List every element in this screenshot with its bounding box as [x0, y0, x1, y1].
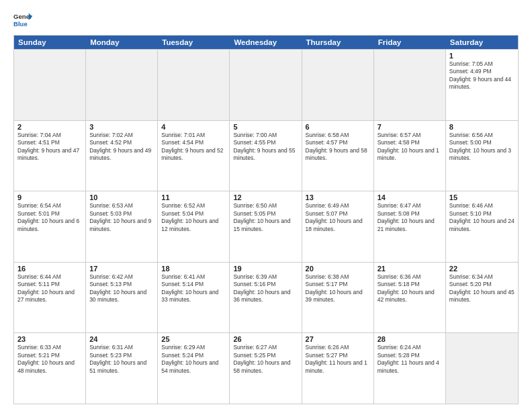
day-number: 6 — [306, 123, 370, 131]
day-number: 19 — [233, 265, 298, 273]
calendar-day-15: 15Sunrise: 6:46 AM Sunset: 5:10 PM Dayli… — [446, 191, 518, 262]
calendar-cell-empty — [14, 50, 86, 120]
day-info: Sunrise: 7:05 AM Sunset: 4:49 PM Dayligh… — [449, 60, 515, 91]
calendar-week-3: 9Sunrise: 6:54 AM Sunset: 5:01 PM Daylig… — [14, 191, 518, 262]
day-number: 13 — [306, 193, 370, 201]
calendar-header-tuesday: Tuesday — [158, 36, 230, 49]
day-number: 1 — [449, 52, 515, 60]
day-info: Sunrise: 6:52 AM Sunset: 5:04 PM Dayligh… — [161, 202, 226, 233]
svg-text:Blue: Blue — [13, 20, 28, 28]
calendar-week-4: 16Sunrise: 6:44 AM Sunset: 5:11 PM Dayli… — [14, 262, 518, 333]
calendar-cell-empty — [86, 50, 158, 120]
day-number: 25 — [161, 335, 226, 343]
day-info: Sunrise: 6:44 AM Sunset: 5:11 PM Dayligh… — [17, 273, 82, 304]
logo-icon: General Blue — [13, 11, 32, 30]
calendar-day-19: 19Sunrise: 6:39 AM Sunset: 5:16 PM Dayli… — [230, 263, 302, 333]
calendar-header-saturday: Saturday — [446, 36, 518, 49]
calendar-day-11: 11Sunrise: 6:52 AM Sunset: 5:04 PM Dayli… — [158, 191, 230, 262]
day-number: 24 — [89, 335, 154, 343]
day-number: 2 — [17, 123, 82, 131]
calendar-header-thursday: Thursday — [302, 36, 374, 49]
day-number: 9 — [17, 193, 82, 201]
calendar-day-20: 20Sunrise: 6:38 AM Sunset: 5:17 PM Dayli… — [302, 263, 374, 333]
calendar-day-21: 21Sunrise: 6:36 AM Sunset: 5:18 PM Dayli… — [374, 263, 446, 333]
day-number: 27 — [306, 335, 370, 343]
day-info: Sunrise: 6:47 AM Sunset: 5:08 PM Dayligh… — [378, 202, 442, 233]
day-number: 3 — [89, 123, 154, 131]
day-info: Sunrise: 6:29 AM Sunset: 5:24 PM Dayligh… — [161, 344, 226, 375]
calendar-day-7: 7Sunrise: 6:57 AM Sunset: 4:58 PM Daylig… — [374, 121, 446, 191]
day-number: 17 — [89, 265, 154, 273]
day-number: 20 — [306, 265, 370, 273]
day-number: 5 — [233, 123, 298, 131]
day-info: Sunrise: 6:38 AM Sunset: 5:17 PM Dayligh… — [306, 273, 370, 304]
calendar-day-26: 26Sunrise: 6:27 AM Sunset: 5:25 PM Dayli… — [230, 333, 302, 404]
calendar-day-23: 23Sunrise: 6:33 AM Sunset: 5:21 PM Dayli… — [14, 333, 86, 404]
header: General Blue — [13, 11, 519, 30]
day-info: Sunrise: 6:46 AM Sunset: 5:10 PM Dayligh… — [449, 202, 515, 233]
day-number: 14 — [378, 193, 442, 201]
day-info: Sunrise: 7:00 AM Sunset: 4:55 PM Dayligh… — [233, 132, 298, 163]
calendar-day-1: 1Sunrise: 7:05 AM Sunset: 4:49 PM Daylig… — [446, 50, 518, 120]
calendar-day-18: 18Sunrise: 6:41 AM Sunset: 5:14 PM Dayli… — [158, 263, 230, 333]
day-number: 23 — [17, 335, 82, 343]
calendar-header-monday: Monday — [86, 36, 158, 49]
day-number: 21 — [378, 265, 442, 273]
day-info: Sunrise: 7:02 AM Sunset: 4:52 PM Dayligh… — [89, 132, 154, 163]
calendar: SundayMondayTuesdayWednesdayThursdayFrid… — [13, 35, 519, 404]
day-info: Sunrise: 6:58 AM Sunset: 4:57 PM Dayligh… — [306, 132, 370, 163]
day-info: Sunrise: 6:49 AM Sunset: 5:07 PM Dayligh… — [306, 202, 370, 233]
logo: General Blue — [13, 11, 32, 30]
calendar-header-friday: Friday — [374, 36, 446, 49]
calendar-week-2: 2Sunrise: 7:04 AM Sunset: 4:51 PM Daylig… — [14, 120, 518, 191]
calendar-day-2: 2Sunrise: 7:04 AM Sunset: 4:51 PM Daylig… — [14, 121, 86, 191]
calendar-day-25: 25Sunrise: 6:29 AM Sunset: 5:24 PM Dayli… — [158, 333, 230, 404]
day-number: 22 — [449, 265, 515, 273]
day-info: Sunrise: 6:57 AM Sunset: 4:58 PM Dayligh… — [378, 132, 442, 163]
day-number: 16 — [17, 265, 82, 273]
day-number: 12 — [233, 193, 298, 201]
calendar-day-24: 24Sunrise: 6:31 AM Sunset: 5:23 PM Dayli… — [86, 333, 158, 404]
day-number: 8 — [449, 123, 515, 131]
calendar-header-wednesday: Wednesday — [230, 36, 302, 49]
calendar-header-row: SundayMondayTuesdayWednesdayThursdayFrid… — [14, 36, 518, 49]
calendar-day-16: 16Sunrise: 6:44 AM Sunset: 5:11 PM Dayli… — [14, 263, 86, 333]
day-info: Sunrise: 7:01 AM Sunset: 4:54 PM Dayligh… — [161, 132, 226, 163]
day-info: Sunrise: 6:53 AM Sunset: 5:03 PM Dayligh… — [89, 202, 154, 233]
calendar-cell-empty — [230, 50, 302, 120]
calendar-cell-empty — [446, 333, 518, 404]
day-number: 15 — [449, 193, 515, 201]
day-info: Sunrise: 6:39 AM Sunset: 5:16 PM Dayligh… — [233, 273, 298, 304]
day-info: Sunrise: 6:24 AM Sunset: 5:28 PM Dayligh… — [378, 344, 442, 375]
calendar-body: 1Sunrise: 7:05 AM Sunset: 4:49 PM Daylig… — [14, 49, 518, 404]
day-info: Sunrise: 6:56 AM Sunset: 5:00 PM Dayligh… — [449, 132, 515, 163]
calendar-cell-empty — [374, 50, 446, 120]
day-number: 4 — [161, 123, 226, 131]
day-info: Sunrise: 7:04 AM Sunset: 4:51 PM Dayligh… — [17, 132, 82, 163]
day-info: Sunrise: 6:26 AM Sunset: 5:27 PM Dayligh… — [306, 344, 370, 375]
calendar-day-5: 5Sunrise: 7:00 AM Sunset: 4:55 PM Daylig… — [230, 121, 302, 191]
page: General Blue SundayMondayTuesdayWednesda… — [0, 0, 532, 411]
calendar-day-10: 10Sunrise: 6:53 AM Sunset: 5:03 PM Dayli… — [86, 191, 158, 262]
day-info: Sunrise: 6:41 AM Sunset: 5:14 PM Dayligh… — [161, 273, 226, 304]
calendar-week-5: 23Sunrise: 6:33 AM Sunset: 5:21 PM Dayli… — [14, 332, 518, 404]
calendar-day-14: 14Sunrise: 6:47 AM Sunset: 5:08 PM Dayli… — [374, 191, 446, 262]
calendar-cell-empty — [302, 50, 374, 120]
day-info: Sunrise: 6:42 AM Sunset: 5:13 PM Dayligh… — [89, 273, 154, 304]
calendar-week-1: 1Sunrise: 7:05 AM Sunset: 4:49 PM Daylig… — [14, 49, 518, 120]
calendar-day-8: 8Sunrise: 6:56 AM Sunset: 5:00 PM Daylig… — [446, 121, 518, 191]
calendar-day-17: 17Sunrise: 6:42 AM Sunset: 5:13 PM Dayli… — [86, 263, 158, 333]
day-number: 26 — [233, 335, 298, 343]
day-info: Sunrise: 6:33 AM Sunset: 5:21 PM Dayligh… — [17, 344, 82, 375]
day-number: 7 — [378, 123, 442, 131]
calendar-day-4: 4Sunrise: 7:01 AM Sunset: 4:54 PM Daylig… — [158, 121, 230, 191]
calendar-day-6: 6Sunrise: 6:58 AM Sunset: 4:57 PM Daylig… — [302, 121, 374, 191]
day-info: Sunrise: 6:31 AM Sunset: 5:23 PM Dayligh… — [89, 344, 154, 375]
calendar-cell-empty — [158, 50, 230, 120]
calendar-day-27: 27Sunrise: 6:26 AM Sunset: 5:27 PM Dayli… — [302, 333, 374, 404]
calendar-day-3: 3Sunrise: 7:02 AM Sunset: 4:52 PM Daylig… — [86, 121, 158, 191]
calendar-day-12: 12Sunrise: 6:50 AM Sunset: 5:05 PM Dayli… — [230, 191, 302, 262]
day-info: Sunrise: 6:50 AM Sunset: 5:05 PM Dayligh… — [233, 202, 298, 233]
calendar-day-28: 28Sunrise: 6:24 AM Sunset: 5:28 PM Dayli… — [374, 333, 446, 404]
calendar-day-13: 13Sunrise: 6:49 AM Sunset: 5:07 PM Dayli… — [302, 191, 374, 262]
